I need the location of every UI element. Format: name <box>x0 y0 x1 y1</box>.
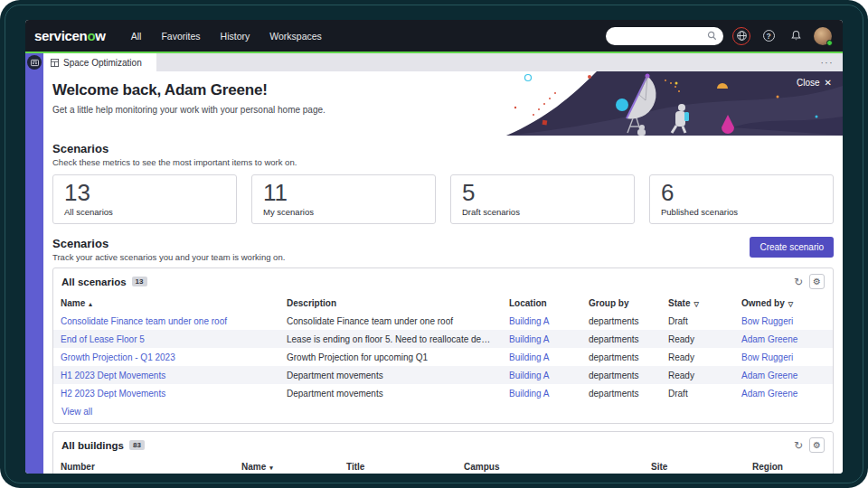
cell-text: departments <box>581 312 661 330</box>
sort-desc-icon: ▾ <box>269 465 273 471</box>
cell-link[interactable]: H2 2023 Dept Movements <box>61 389 165 399</box>
filter-icon: ▽ <box>788 301 793 307</box>
column-header[interactable]: Site <box>644 457 745 474</box>
logo-text-end: w <box>95 28 105 43</box>
impersonation-indicator[interactable] <box>732 27 750 45</box>
cell-text: Growth Projection for upcoming Q1 <box>279 348 502 366</box>
all-scenarios-count-badge: 13 <box>132 277 147 286</box>
all-scenarios-card: All scenarios 13 ↻ ⚙ Name▴DescriptionLoc… <box>52 267 834 424</box>
main-nav: All Favorites History Workspaces <box>131 31 322 42</box>
all-buildings-count-badge: 83 <box>129 440 145 450</box>
cell-text: Ready <box>661 330 734 348</box>
column-header[interactable]: Description <box>279 294 502 312</box>
all-buildings-table: NumberName▾TitleCampusSiteRegion BLDG000… <box>53 457 833 474</box>
column-header[interactable]: Location <box>502 294 581 312</box>
gear-icon[interactable]: ⚙ <box>809 437 825 453</box>
view-all-link[interactable]: View all <box>53 402 100 423</box>
avatar[interactable] <box>814 27 832 45</box>
column-header[interactable]: Name▾ <box>234 457 339 474</box>
scenarios-section-header: Scenarios Track your active scenarios yo… <box>43 233 843 267</box>
notifications-button[interactable] <box>787 27 805 45</box>
cell-link[interactable]: Building A <box>509 316 549 326</box>
metric-value: 11 <box>263 180 424 207</box>
cell-link[interactable]: Growth Projection - Q1 2023 <box>61 352 175 362</box>
cell-link[interactable]: Adam Greene <box>741 334 797 344</box>
column-header[interactable]: Region <box>745 457 833 474</box>
nav-item-history[interactable]: History <box>221 31 250 42</box>
app-window: servicenow All Favorites History Workspa… <box>25 20 843 474</box>
help-icon: ? <box>763 30 775 42</box>
gear-icon[interactable]: ⚙ <box>809 274 825 289</box>
column-header[interactable]: Number <box>53 457 234 474</box>
all-buildings-card-header: All buildings 83 ↻ ⚙ <box>53 432 833 457</box>
column-header[interactable]: State▽ <box>661 294 734 312</box>
cell-text: Consolidate Finance team under one roof <box>279 312 502 330</box>
help-button[interactable]: ? <box>760 27 778 45</box>
tab-overflow-button[interactable]: ··· <box>812 58 844 68</box>
app-grid-icon <box>31 59 39 67</box>
cell-text: Ready <box>661 366 734 384</box>
refresh-icon[interactable]: ↻ <box>794 440 803 451</box>
filter-icon: ▽ <box>693 301 698 307</box>
workspace-rail <box>25 53 43 474</box>
workspace-app-button[interactable] <box>27 55 42 70</box>
metrics-section-header: Scenarios Check these metrics to see the… <box>43 136 843 170</box>
tab-bar: Space Optimization ··· <box>43 53 843 71</box>
refresh-icon[interactable]: ↻ <box>794 277 803 287</box>
tab-space-optimization[interactable]: Space Optimization <box>43 53 156 71</box>
table-row: H1 2023 Dept MovementsDepartment movemen… <box>53 366 833 384</box>
metric-card-published-scenarios[interactable]: 6 Published scenarios <box>649 174 834 224</box>
table-row: Consolidate Finance team under one roofC… <box>53 312 833 330</box>
cell-text: Ready <box>661 348 734 366</box>
cell-link[interactable]: Consolidate Finance team under one roof <box>61 316 227 326</box>
device-frame: servicenow All Favorites History Workspa… <box>0 0 868 488</box>
cell-text: Draft <box>661 384 734 402</box>
nav-item-workspaces[interactable]: Workspaces <box>269 31 322 42</box>
cell-link[interactable]: End of Lease Floor 5 <box>61 334 145 344</box>
presence-dot <box>826 40 833 46</box>
cell-link[interactable]: Building A <box>509 371 549 380</box>
cell-link[interactable]: Adam Greene <box>741 371 797 380</box>
column-header[interactable]: Title <box>339 457 457 474</box>
column-header[interactable]: Campus <box>457 457 644 474</box>
metric-card-my-scenarios[interactable]: 11 My scenarios <box>251 174 436 224</box>
cell-link[interactable]: Bow Ruggeri <box>741 316 793 326</box>
search-input[interactable] <box>606 27 723 45</box>
all-buildings-card: All buildings 83 ↻ ⚙ NumberName▾TitleCam… <box>52 431 834 474</box>
banner-close-button[interactable]: Close ✕ <box>797 78 832 88</box>
table-header-row: NumberName▾TitleCampusSiteRegion <box>53 457 833 474</box>
nav-item-favorites[interactable]: Favorites <box>161 31 200 42</box>
cell-link[interactable]: Building A <box>509 352 549 362</box>
welcome-subtitle: Get a little help monitoring your work w… <box>52 105 326 115</box>
nav-item-all[interactable]: All <box>131 31 142 42</box>
column-header[interactable]: Owned by▽ <box>734 294 833 312</box>
column-header[interactable]: Name▴ <box>53 294 279 312</box>
metric-value: 5 <box>462 180 623 207</box>
table-row: H2 2023 Dept MovementsDepartment movemen… <box>53 384 833 402</box>
metric-label: My scenarios <box>263 207 424 217</box>
metric-cards: 13 All scenarios 11 My scenarios 5 Draft… <box>43 170 843 233</box>
metric-card-draft-scenarios[interactable]: 5 Draft scenarios <box>450 174 635 224</box>
metric-value: 13 <box>64 180 225 207</box>
close-icon: ✕ <box>825 78 832 88</box>
cell-link[interactable]: Bow Ruggeri <box>741 352 793 362</box>
search-icon <box>707 31 717 41</box>
create-scenario-button[interactable]: Create scenario <box>750 237 834 258</box>
welcome-banner: Welcome back, Adam Greene! Get a little … <box>43 71 843 136</box>
metric-label: Published scenarios <box>661 207 822 217</box>
cell-link[interactable]: Building A <box>509 334 549 344</box>
metric-card-all-scenarios[interactable]: 13 All scenarios <box>52 174 237 224</box>
cell-link[interactable]: Building A <box>509 389 549 399</box>
cell-link[interactable]: Adam Greene <box>741 389 797 399</box>
metrics-heading: Scenarios <box>52 142 834 155</box>
cell-text: Department movements <box>279 384 502 402</box>
servicenow-logo[interactable]: servicenow <box>34 28 106 43</box>
cell-text: Department movements <box>279 366 502 384</box>
close-label: Close <box>797 78 820 88</box>
cell-text: Lease is ending on floor 5. Need to real… <box>279 330 502 348</box>
column-header[interactable]: Group by <box>581 294 661 312</box>
cell-text: departments <box>581 384 661 402</box>
card-tools: ↻ ⚙ <box>794 274 825 289</box>
cell-text: departments <box>581 330 661 348</box>
cell-link[interactable]: H1 2023 Dept Movements <box>61 371 165 380</box>
